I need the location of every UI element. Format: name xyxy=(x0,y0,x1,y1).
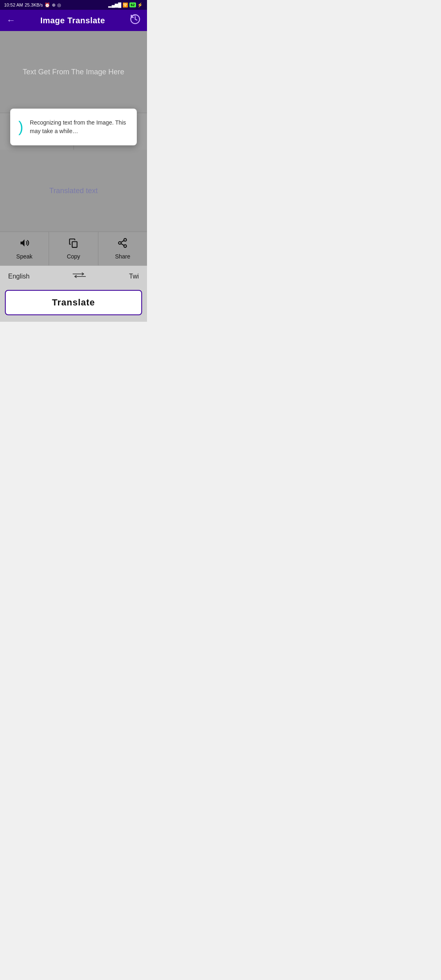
app-icon-2: ◎ xyxy=(57,2,61,8)
network-speed: 25.3KB/s xyxy=(24,2,43,7)
back-button[interactable]: ← xyxy=(7,15,16,26)
battery-indicator: 62 xyxy=(129,2,136,7)
dialog-message: Recognizing text from the Image. This ma… xyxy=(30,118,129,136)
time-display: 10:52 AM xyxy=(4,2,23,7)
status-bar: 10:52 AM 25.3KB/s ⏰ ⊕ ◎ ▂▄▆█ 🛜 62 ⚡ xyxy=(0,0,147,10)
loading-spinner: ) xyxy=(18,120,23,134)
translate-button[interactable]: Translate xyxy=(5,290,142,315)
wifi-icon: 🛜 xyxy=(122,2,128,8)
app-icon-1: ⊕ xyxy=(52,2,56,8)
app-bar: ← Image Translate xyxy=(0,10,147,31)
status-left: 10:52 AM 25.3KB/s ⏰ ⊕ ◎ xyxy=(4,2,61,8)
signal-icon: ▂▄▆█ xyxy=(108,2,121,8)
loading-dialog-overlay: ) Recognizing text from the Image. This … xyxy=(0,31,147,265)
app-title: Image Translate xyxy=(40,16,105,25)
translate-btn-container: Translate xyxy=(0,287,147,322)
main-content: Text Get From The Image Here Select Imag… xyxy=(0,31,147,265)
language-swap-button[interactable] xyxy=(73,271,86,282)
history-button[interactable] xyxy=(130,14,140,27)
clock-icon: ⏰ xyxy=(45,2,50,8)
status-right: ▂▄▆█ 🛜 62 ⚡ xyxy=(108,2,143,8)
loading-dialog: ) Recognizing text from the Image. This … xyxy=(10,109,137,145)
charging-icon: ⚡ xyxy=(137,2,143,8)
source-language[interactable]: English xyxy=(8,273,29,280)
language-bar: English Twi xyxy=(0,265,147,287)
target-language[interactable]: Twi xyxy=(129,273,139,280)
